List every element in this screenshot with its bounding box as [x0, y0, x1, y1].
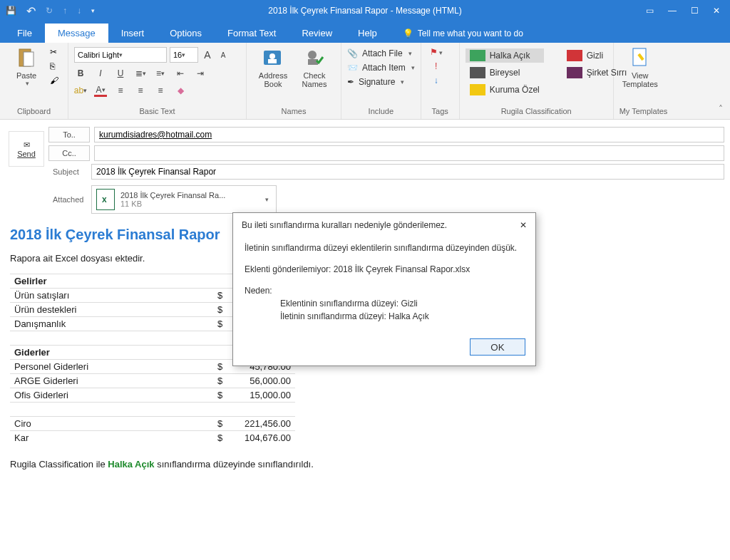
up-icon[interactable]: ↑	[63, 6, 67, 16]
send-button[interactable]: ✉ Send	[9, 131, 44, 167]
tell-me-label: Tell me what you want to do	[418, 28, 523, 38]
align-left-button[interactable]: ≡	[114, 84, 127, 97]
maximize-icon[interactable]: ☐	[691, 6, 699, 16]
address-book-label: Address Book	[252, 71, 294, 88]
check-names-button[interactable]: Check Names	[294, 46, 335, 88]
to-field[interactable]	[94, 127, 724, 142]
view-templates-button[interactable]: View Templates	[620, 46, 661, 88]
svg-point-5	[308, 51, 317, 59]
font-color-button[interactable]: A	[94, 84, 107, 97]
ribbon: Paste ▾ ✂ ⎘ 🖌 Clipboard Calibri Light 16…	[0, 43, 730, 120]
numbering-button[interactable]: ≡	[154, 67, 167, 80]
group-include-label: Include	[347, 105, 415, 118]
svg-rect-1	[24, 52, 34, 66]
check-names-label: Check Names	[294, 71, 335, 88]
group-tags-label: Tags	[427, 105, 453, 118]
qat-more-icon[interactable]: ▾	[91, 7, 95, 14]
outdent-button[interactable]: ⇤	[174, 67, 187, 80]
tell-me-search[interactable]: 💡 Tell me what you want to do	[396, 24, 530, 43]
paperclip-icon: 📎	[347, 48, 358, 58]
dialog-line1: İletinin sınıflandırma düzeyi eklentiler…	[245, 242, 524, 254]
minimize-icon[interactable]: —	[668, 6, 677, 16]
ribbon-tabs: File Message Insert Options Format Text …	[0, 21, 730, 43]
tab-help[interactable]: Help	[345, 24, 390, 43]
bulb-icon: 💡	[403, 28, 413, 38]
excel-file-icon	[96, 189, 115, 210]
signature-icon: ✒	[347, 77, 354, 87]
send-icon: ✉	[24, 140, 30, 150]
paste-button[interactable]: Paste ▾	[6, 46, 47, 87]
ribbon-opts-icon[interactable]: ▭	[646, 6, 654, 16]
tab-format-text[interactable]: Format Text	[215, 24, 289, 43]
attachment-name: 2018 İlk Çeyrek Finansal Ra...	[120, 191, 225, 199]
format-painter-icon[interactable]: 🖌	[50, 76, 58, 85]
attachment-item[interactable]: 2018 İlk Çeyrek Finansal Ra... 11 KB ▾	[91, 185, 277, 214]
classification-internal[interactable]: Kuruma Özel	[466, 83, 544, 97]
close-icon[interactable]: ✕	[713, 6, 720, 16]
tab-file[interactable]: File	[4, 24, 45, 43]
classification-public[interactable]: Halka Açık	[466, 48, 544, 63]
attachment-menu-icon[interactable]: ▾	[265, 196, 269, 203]
indent-button[interactable]: ⇥	[194, 67, 207, 80]
group-classification-label: Rugila Classification	[466, 105, 607, 118]
cut-icon[interactable]: ✂	[50, 47, 58, 57]
font-family-combo[interactable]: Calibri Light	[74, 47, 167, 63]
down-icon[interactable]: ↓	[77, 6, 81, 16]
window-title: 2018 İlk Çeyrek Finansal Rapor - Message…	[268, 6, 461, 16]
attach-file-button[interactable]: 📎Attach File▾	[347, 48, 415, 58]
bullets-button[interactable]: ≣	[134, 67, 147, 80]
classification-footer: Rugila Classification ile Halka Açık sın…	[10, 459, 720, 470]
cc-button[interactable]: Cc..	[48, 145, 90, 161]
compose-header: ✉ Send To.. Cc.. Subject Attached 2018 İ…	[0, 120, 730, 217]
copy-icon[interactable]: ⎘	[50, 61, 58, 71]
table-row: Kar$104,676.00	[10, 431, 295, 445]
attach-item-icon: 📨	[347, 63, 358, 73]
clear-format-button[interactable]: ◆	[174, 84, 187, 97]
attach-item-button[interactable]: 📨Attach Item▾	[347, 63, 415, 73]
cc-field[interactable]	[94, 145, 724, 161]
dialog-close-icon[interactable]: ✕	[520, 220, 527, 230]
undo-icon[interactable]: ↶	[26, 4, 36, 18]
importance-high-icon[interactable]: !	[435, 61, 437, 71]
flag-icon[interactable]: ⚑▾	[430, 47, 443, 57]
title-bar: 💾 ↶ ↻ ↑ ↓ ▾ 2018 İlk Çeyrek Finansal Rap…	[0, 0, 730, 21]
view-templates-label: View Templates	[620, 71, 661, 88]
italic-button[interactable]: I	[94, 67, 107, 80]
attachment-size: 11 KB	[120, 199, 225, 208]
to-button[interactable]: To..	[48, 127, 90, 142]
collapse-ribbon-icon[interactable]: ˄	[719, 43, 730, 119]
underline-button[interactable]: U	[114, 67, 127, 80]
table-row: ARGE Giderleri$56,000.00	[10, 374, 295, 388]
send-label: Send	[17, 150, 36, 158]
dialog-ok-button[interactable]: OK	[470, 338, 525, 356]
table-row: Ciro$221,456.00	[10, 417, 295, 431]
dialog-reason1: Eklentinin sınıflandırma düzeyi: Gizli	[245, 297, 524, 310]
bold-button[interactable]: B	[74, 67, 87, 80]
grow-font-icon[interactable]: A	[201, 48, 214, 61]
group-basictext-label: Basic Text	[74, 105, 240, 118]
classification-individual[interactable]: Bireysel	[466, 66, 544, 80]
group-templates-label: My Templates	[620, 105, 668, 118]
dialog-line2: Eklenti gönderilemiyor: 2018 İlk Çeyrek …	[245, 263, 524, 276]
tab-message[interactable]: Message	[45, 24, 108, 43]
dialog-reason2: İletinin sınıflandırma düzeyi: Halka Açı…	[245, 310, 524, 323]
redo-icon[interactable]: ↻	[46, 6, 53, 16]
save-icon[interactable]: 💾	[6, 6, 16, 16]
highlight-button[interactable]: ab	[74, 84, 87, 97]
paste-label: Paste	[16, 71, 36, 80]
font-size-combo[interactable]: 16	[170, 47, 198, 63]
align-center-button[interactable]: ≡	[134, 84, 147, 97]
subject-field[interactable]	[91, 164, 724, 180]
dialog-reason-label: Neden:	[245, 284, 524, 297]
shrink-font-icon[interactable]: A	[217, 48, 230, 61]
signature-button[interactable]: ✒Signature▾	[347, 77, 415, 87]
tab-review[interactable]: Review	[289, 24, 345, 43]
tab-insert[interactable]: Insert	[108, 24, 158, 43]
importance-low-icon[interactable]: ↓	[434, 76, 438, 85]
table-row: Ofis Giderleri$15,000.00	[10, 388, 295, 403]
group-clipboard-label: Clipboard	[6, 105, 62, 118]
tab-options[interactable]: Options	[157, 24, 215, 43]
address-book-button[interactable]: Address Book	[252, 46, 294, 88]
align-right-button[interactable]: ≡	[154, 84, 167, 97]
svg-point-3	[269, 53, 275, 59]
